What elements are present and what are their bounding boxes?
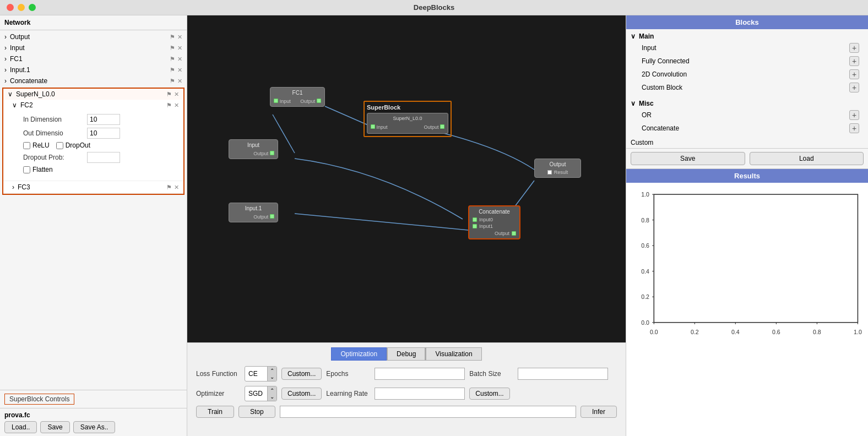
- blocks-main-header[interactable]: ∨ Main: [631, 31, 864, 41]
- chevron-down-icon: ∨: [631, 32, 636, 40]
- block-item-fc[interactable]: Fully Connected +: [631, 54, 864, 68]
- save-button[interactable]: Save: [40, 421, 69, 433]
- relu-checkbox[interactable]: [23, 142, 30, 149]
- sidebar-item-concatenate[interactable]: › Concatenate ⚑ ✕: [0, 75, 187, 86]
- blocks-misc-header[interactable]: ∨ Misc: [631, 99, 864, 108]
- flag-icon[interactable]: ⚑: [170, 67, 175, 74]
- input1-port[interactable]: [473, 224, 477, 228]
- flatten-checkbox[interactable]: [23, 166, 30, 173]
- output-port[interactable]: [270, 151, 274, 155]
- optimizer-select[interactable]: SGD ⌃⌄: [245, 386, 277, 401]
- file-name: prova.fc: [4, 411, 182, 419]
- close-icon[interactable]: ✕: [177, 78, 182, 85]
- close-icon[interactable]: ✕: [174, 91, 179, 98]
- save-as-button[interactable]: Save As..: [73, 421, 116, 433]
- epochs-input[interactable]: [375, 368, 465, 380]
- sidebar-item-input1[interactable]: › Input.1 ⚑ ✕: [0, 64, 187, 75]
- minimize-button[interactable]: [18, 4, 25, 11]
- output-port[interactable]: [440, 124, 444, 129]
- superblock-inner[interactable]: SuperN_L0.0 Input Output: [367, 113, 448, 134]
- blocks-save-button[interactable]: Save: [631, 152, 745, 165]
- tab-debug[interactable]: Debug: [387, 347, 425, 361]
- node-concat-ports: Input0 Input1: [473, 217, 516, 229]
- sidebar-item-input[interactable]: › Input ⚑ ✕: [0, 42, 187, 53]
- output-port[interactable]: [512, 231, 516, 236]
- input-port[interactable]: [371, 124, 375, 129]
- sidebar-item-fc1[interactable]: › FC1 ⚑ ✕: [0, 53, 187, 64]
- add-input-button[interactable]: +: [849, 43, 859, 53]
- block-item-or[interactable]: OR +: [631, 108, 864, 122]
- block-label: OR: [642, 111, 652, 119]
- close-icon[interactable]: ✕: [177, 67, 182, 74]
- batch-size-input[interactable]: [518, 368, 608, 380]
- flag-icon[interactable]: ⚑: [170, 45, 175, 52]
- close-icon[interactable]: ✕: [177, 45, 182, 52]
- supern-ports: Input Output: [371, 123, 444, 131]
- input-port[interactable]: [274, 99, 278, 103]
- in-dim-input[interactable]: [87, 114, 120, 125]
- tab-optimization[interactable]: Optimization: [331, 347, 387, 361]
- lr-custom-button[interactable]: Custom...: [469, 388, 509, 400]
- svg-text:0.6: 0.6: [772, 329, 780, 335]
- train-button[interactable]: Train: [196, 406, 234, 418]
- flag-icon[interactable]: ⚑: [166, 102, 172, 109]
- learning-rate-input[interactable]: [375, 388, 465, 400]
- close-icon[interactable]: ✕: [177, 56, 182, 63]
- loss-custom-button[interactable]: Custom...: [281, 368, 322, 380]
- input0-port[interactable]: [473, 217, 477, 222]
- loss-function-select[interactable]: CE ⌃⌄: [245, 366, 277, 382]
- canvas-node-output[interactable]: Output Result: [534, 159, 581, 178]
- out-dim-input[interactable]: [87, 128, 120, 139]
- sidebar-item-output[interactable]: › Output ⚑ ✕: [0, 31, 187, 42]
- block-item-conv[interactable]: 2D Convolution +: [631, 68, 864, 81]
- svg-text:1.0: 1.0: [641, 191, 649, 198]
- loss-function-dropdown[interactable]: ⌃⌄: [267, 367, 276, 381]
- block-item-input[interactable]: Input +: [631, 41, 864, 54]
- flag-icon[interactable]: ⚑: [166, 184, 172, 191]
- add-or-button[interactable]: +: [849, 110, 859, 120]
- dropout-checkbox[interactable]: [56, 142, 63, 149]
- superblock-controls-label: SuperBlock Controls: [4, 394, 74, 405]
- close-button[interactable]: [7, 4, 14, 11]
- canvas-node-input[interactable]: Input Output: [229, 139, 278, 159]
- fc2-label: FC2: [20, 101, 33, 109]
- infer-button[interactable]: Infer: [581, 406, 617, 418]
- canvas-node-concatenate[interactable]: Concatenate Input0 Input1 Output: [468, 205, 520, 239]
- tab-visualization[interactable]: Visualization: [426, 347, 481, 361]
- maximize-button[interactable]: [29, 4, 36, 11]
- supern-header[interactable]: ∨ SuperN_L0.0 ⚑ ✕: [3, 89, 183, 100]
- sidebar-item-fc3[interactable]: › FC3 ⚑ ✕: [3, 181, 183, 194]
- block-item-custom[interactable]: Custom: [626, 137, 868, 148]
- dropout-prob-input[interactable]: [87, 152, 120, 163]
- output-port[interactable]: [317, 99, 321, 103]
- blocks-load-button[interactable]: Load: [750, 152, 864, 165]
- canvas-node-fc1[interactable]: FC1 Input Output: [270, 87, 325, 107]
- close-icon[interactable]: ✕: [177, 34, 182, 41]
- add-fc-button[interactable]: +: [849, 56, 859, 66]
- block-item-custom-block[interactable]: Custom Block +: [631, 81, 864, 94]
- sidebar-item-label: Input.1: [10, 66, 30, 74]
- stop-button[interactable]: Stop: [238, 406, 275, 418]
- svg-text:0.0: 0.0: [650, 329, 658, 335]
- result-port[interactable]: [547, 170, 552, 175]
- optimizer-custom-button[interactable]: Custom...: [281, 388, 322, 400]
- add-concatenate-button[interactable]: +: [849, 123, 859, 133]
- flag-icon[interactable]: ⚑: [170, 78, 175, 85]
- add-custom-block-button[interactable]: +: [849, 83, 859, 92]
- network-header: Network: [0, 15, 187, 30]
- canvas-node-input1[interactable]: Input.1 Output: [229, 203, 278, 222]
- canvas-node-superblock[interactable]: SuperBlock SuperN_L0.0 Input Output: [364, 101, 452, 137]
- flag-icon[interactable]: ⚑: [170, 34, 175, 41]
- canvas-area[interactable]: Input Output Input.1 Output: [187, 15, 626, 342]
- close-icon[interactable]: ✕: [174, 184, 179, 191]
- close-icon[interactable]: ✕: [174, 102, 179, 109]
- svg-text:0.2: 0.2: [641, 293, 649, 300]
- flag-icon[interactable]: ⚑: [170, 56, 175, 63]
- flag-icon[interactable]: ⚑: [166, 91, 172, 98]
- add-conv-button[interactable]: +: [849, 69, 859, 79]
- load-button[interactable]: Load..: [4, 421, 37, 433]
- block-item-concatenate[interactable]: Concatenate +: [631, 122, 864, 135]
- output-port[interactable]: [270, 214, 274, 219]
- optimizer-dropdown[interactable]: ⌃⌄: [267, 386, 276, 401]
- status-input[interactable]: [280, 406, 576, 418]
